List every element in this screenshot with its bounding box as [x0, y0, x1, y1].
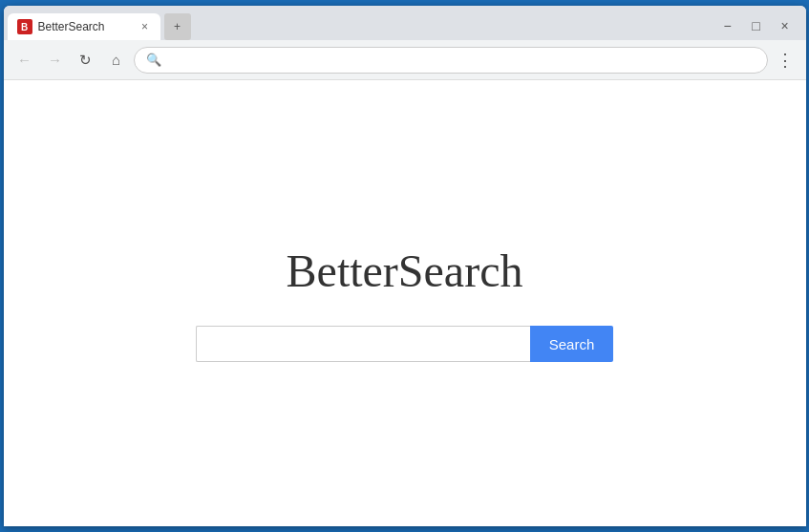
search-button[interactable]: Search [530, 326, 614, 362]
address-input[interactable] [167, 53, 756, 67]
reload-button[interactable]: ↻ [73, 47, 99, 74]
close-button[interactable]: × [772, 15, 798, 36]
tab-area: B BetterSearch × + [4, 6, 714, 40]
titlebar: B BetterSearch × + − □ × [4, 6, 806, 40]
window-controls: − □ × [714, 15, 798, 36]
browser-menu-button[interactable]: ⋮ [772, 47, 798, 74]
tab-close-button[interactable]: × [138, 19, 153, 34]
search-input[interactable] [196, 326, 530, 362]
address-bar[interactable]: 🔍 [134, 47, 768, 74]
search-form: Search [196, 326, 614, 362]
browser-window: B BetterSearch × + − □ × ← → ↻ ⌂ 🔍 ⋮ Bet… [4, 6, 806, 526]
home-button[interactable]: ⌂ [103, 47, 130, 74]
site-title: BetterSearch [287, 245, 523, 297]
tab-title: BetterSearch [38, 20, 132, 33]
minimize-button[interactable]: − [714, 15, 741, 36]
active-tab[interactable]: B BetterSearch × [8, 13, 160, 40]
forward-button[interactable]: → [42, 47, 69, 74]
toolbar: ← → ↻ ⌂ 🔍 ⋮ [4, 40, 806, 80]
maximize-button[interactable]: □ [743, 15, 770, 36]
page-content: BetterSearch Search [4, 80, 806, 526]
back-button[interactable]: ← [11, 47, 38, 74]
tab-favicon: B [17, 19, 32, 34]
address-search-icon: 🔍 [146, 53, 161, 67]
new-tab-button[interactable]: + [164, 13, 191, 40]
